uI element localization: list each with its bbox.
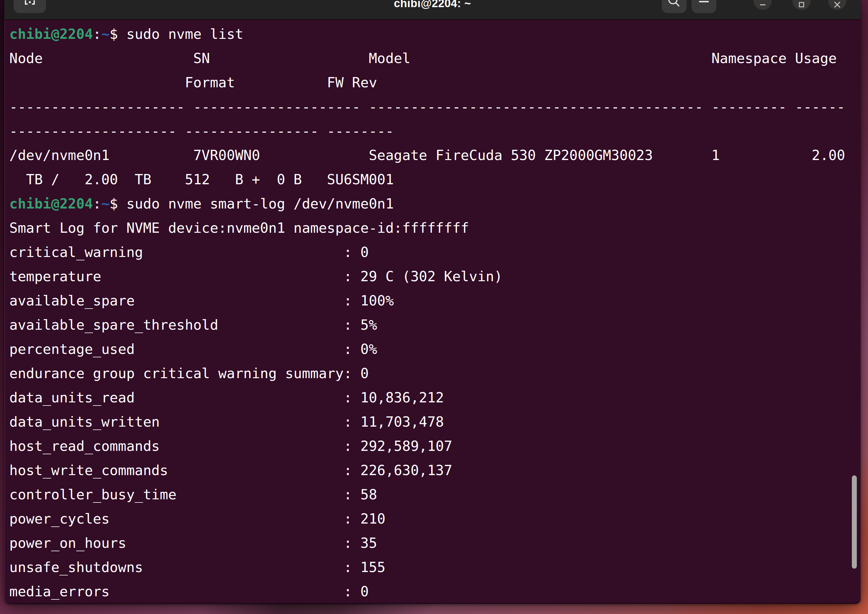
search-button[interactable] [662, 0, 687, 13]
terminal-line: power_cycles : 210 [9, 507, 860, 531]
terminal-line: chibi@2204:~$ sudo nvme smart-log /dev/n… [9, 192, 860, 216]
terminal-line: available_spare : 100% [9, 289, 860, 313]
maximize-square-icon [798, 0, 804, 9]
close-cross-icon [834, 0, 841, 9]
terminal-line: host_write_commands : 226,630,137 [9, 458, 860, 482]
terminal-line: percentage_used : 0% [9, 337, 860, 361]
terminal-line: available_spare_threshold : 5% [9, 313, 860, 337]
menu-button[interactable] [691, 0, 716, 13]
minimize-dash-icon [760, 0, 766, 9]
scrollbar-thumb[interactable] [852, 475, 857, 569]
search-icon [666, 0, 682, 13]
titlebar: chibi@2204: ~ [5, 0, 860, 20]
terminal-line: unsafe_shutdowns : 155 [9, 555, 860, 580]
terminal-line: data_units_read : 10,836,212 [9, 386, 860, 410]
terminal-line: media_errors : 0 [9, 580, 860, 604]
terminal-line: endurance group critical warning summary… [9, 361, 860, 386]
hamburger-menu-icon [698, 0, 710, 13]
terminal-line: data_units_written : 11,703,478 [9, 410, 860, 434]
terminal-line: temperature : 29 C (302 Kelvin) [9, 264, 860, 289]
terminal-line: TB / 2.00 TB 512 B + 0 B SU6SM001 [9, 167, 860, 192]
terminal-line: --------------------- ------------------… [9, 95, 860, 119]
terminal-window: chibi@2204: ~ [5, 0, 860, 604]
terminal-line: Smart Log for NVME device:nvme0n1 namesp… [9, 216, 860, 240]
terminal-line: chibi@2204:~$ sudo nvme list [9, 22, 860, 46]
terminal-line: host_read_commands : 292,589,107 [9, 434, 860, 458]
terminal-line: power_on_hours : 35 [9, 531, 860, 555]
terminal-line: Node SN Model Namespace Usage [9, 46, 860, 71]
terminal-line: Format FW Rev [9, 71, 860, 95]
window-title: chibi@2204: ~ [5, 0, 860, 10]
terminal-line: controller_busy_time : 58 [9, 482, 860, 507]
terminal-output: chibi@2204:~$ sudo nvme listNode SN Mode… [5, 19, 860, 604]
terminal-line: critical_warning : 0 [9, 240, 860, 264]
terminal-line: /dev/nvme0n1 7VR00WN0 Seagate FireCuda 5… [9, 143, 860, 167]
terminal-line: -------------------- ---------------- --… [9, 119, 860, 143]
